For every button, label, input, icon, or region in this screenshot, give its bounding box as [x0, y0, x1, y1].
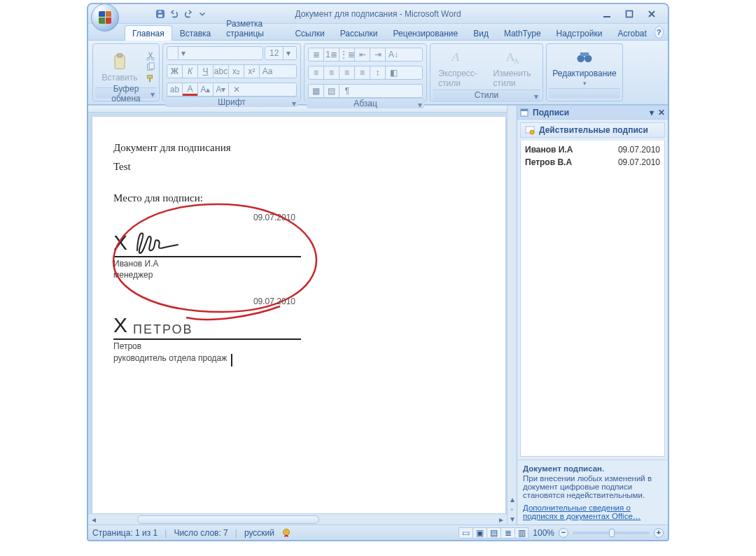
horizontal-ruler[interactable] [88, 106, 507, 113]
superscript-button[interactable]: x² [244, 65, 260, 78]
footer-more-link[interactable]: Дополнительные сведения о подписях в док… [523, 504, 662, 520]
clear-format-button[interactable]: ✕ [229, 83, 244, 96]
prev-page-button[interactable]: ▴ [508, 495, 517, 504]
strike-button[interactable]: abc [214, 65, 229, 78]
tab-review[interactable]: Рецензирование [386, 25, 466, 41]
change-styles-button[interactable]: AA Изменить стили [487, 46, 540, 90]
select-browse-object[interactable]: ◦ [508, 505, 517, 513]
zoom-slider-knob[interactable] [609, 529, 615, 537]
zoom-in-button[interactable]: + [654, 528, 664, 538]
align-center-button[interactable]: ≡ [324, 66, 340, 79]
zoom-value[interactable]: 100% [533, 528, 554, 538]
editing-button[interactable]: Редактирование ▾ [547, 46, 622, 88]
bold-button[interactable]: Ж [167, 65, 183, 78]
pilcrow-button[interactable]: ¶ [340, 85, 355, 97]
format-painter-icon[interactable] [146, 73, 155, 83]
copy-icon[interactable] [146, 62, 155, 72]
align-left-button[interactable]: ≡ [309, 66, 324, 79]
horizontal-scrollbar[interactable]: ◂ ▸ [88, 513, 507, 525]
quick-styles-button[interactable]: A Экспресс-стили [433, 46, 484, 90]
group-paragraph: ≣ 1≣ ⋮≣ ⇤ ⇥ A↓ ≡ ≡ ≡ ≡ ↕ ◧ [304, 43, 427, 101]
qat-redo-button[interactable] [182, 8, 195, 20]
hscroll-thumb[interactable] [137, 515, 319, 524]
status-words[interactable]: Число слов: 7 [174, 528, 227, 538]
shrink-font-button[interactable]: A▾ [214, 83, 229, 96]
change-case-button[interactable]: Aa [260, 65, 275, 78]
signature-row-1[interactable]: Иванов И.А 09.07.2010 [525, 143, 660, 156]
borders-button[interactable]: ▦ [309, 85, 324, 97]
paragraph-launcher[interactable]: ▾ [418, 100, 422, 110]
bullets-button[interactable]: ≣ [309, 48, 324, 61]
tab-acrobat[interactable]: Acrobat [610, 25, 654, 41]
indent-dec-button[interactable]: ⇤ [355, 48, 370, 61]
tab-view[interactable]: Вид [465, 25, 496, 41]
minimize-button[interactable] [599, 8, 615, 20]
view-print-layout[interactable]: ▭ [458, 527, 472, 539]
underline-button[interactable]: Ч [198, 65, 214, 78]
view-outline[interactable]: ≣ [500, 527, 514, 539]
indent-inc-button[interactable]: ⇥ [370, 48, 386, 61]
font-name-combo[interactable]: ▾ [167, 46, 263, 60]
styles-label: Стили [475, 90, 499, 100]
highlight-button[interactable]: ab [167, 83, 183, 96]
close-button[interactable] [644, 8, 659, 20]
italic-button[interactable]: К [183, 65, 198, 78]
task-pane-close-button[interactable]: ✕ [658, 108, 665, 117]
paragraph-spacing-button[interactable]: ▤ [324, 85, 340, 97]
signature-block-1[interactable]: 09.07.2010 X Иванов И.А менеджер [113, 213, 301, 280]
grow-font-button[interactable]: A▴ [198, 83, 214, 96]
view-web-layout[interactable]: ▤ [486, 527, 500, 539]
tab-references[interactable]: Ссылки [287, 25, 332, 41]
subscript-button[interactable]: x₂ [229, 65, 244, 78]
paragraph-label: Абзац [354, 99, 377, 108]
align-right-button[interactable]: ≡ [340, 66, 355, 79]
signature-block-2[interactable]: 09.07.2010 X ПЕТРОВ Петров руководитель … [113, 297, 301, 365]
tab-pagelayout[interactable]: Разметка страницы [218, 15, 287, 41]
tab-home[interactable]: Главная [125, 25, 172, 41]
paste-button[interactable]: Вставить [97, 50, 144, 84]
qat-undo-button[interactable] [168, 8, 181, 20]
word-window: Документ для подписания - Microsoft Word… [87, 3, 669, 541]
qat-customize-button[interactable] [196, 8, 209, 20]
justify-button[interactable]: ≡ [355, 66, 370, 79]
sort-button[interactable]: A↓ [386, 48, 401, 61]
font-row-1: Ж К Ч abc x₂ x² Aa [167, 64, 297, 78]
view-draft[interactable]: ▥ [514, 527, 528, 539]
qat-save-button[interactable] [154, 8, 167, 20]
tab-addins[interactable]: Надстройки [549, 25, 610, 41]
tab-insert[interactable]: Вставка [172, 25, 219, 41]
clipboard-launcher[interactable]: ▾ [150, 90, 155, 99]
tab-mathtype[interactable]: MathType [496, 25, 549, 41]
numbering-button[interactable]: 1≣ [324, 48, 340, 61]
help-button[interactable]: ? [654, 26, 664, 38]
status-language[interactable]: русский [244, 528, 274, 538]
signature-list: Иванов И.А 09.07.2010 Петров В.А 09.07.2… [520, 141, 665, 457]
signature-2-date: 09.07.2010 [113, 297, 295, 306]
signature-status-icon[interactable] [281, 528, 291, 538]
shading-button[interactable]: ◧ [386, 66, 401, 79]
maximize-button[interactable] [622, 8, 637, 20]
doc-line-3: Место для подписи: [113, 192, 484, 204]
tab-mailings[interactable]: Рассылки [332, 25, 386, 41]
task-pane-menu-button[interactable]: ▾ [650, 108, 654, 117]
status-page[interactable]: Страница: 1 из 1 [92, 528, 158, 538]
styles-launcher[interactable]: ▾ [534, 92, 538, 101]
cut-icon[interactable] [146, 51, 155, 61]
line-spacing-button[interactable]: ↕ [370, 66, 386, 79]
font-color-button[interactable]: A [183, 83, 198, 96]
font-launcher[interactable]: ▾ [292, 99, 296, 108]
signature-1-date: 09.07.2010 [113, 213, 295, 222]
document-page[interactable]: Документ для подписания Test Место для п… [92, 117, 505, 513]
font-size-combo[interactable]: 12▾ [265, 46, 297, 60]
next-page-button[interactable]: ▾ [508, 515, 517, 523]
hscroll-left[interactable]: ◂ [88, 515, 99, 525]
hscroll-right[interactable]: ▸ [496, 515, 507, 525]
document-viewport[interactable]: Документ для подписания Test Место для п… [88, 113, 507, 513]
multilevel-button[interactable]: ⋮≣ [340, 48, 355, 61]
office-button[interactable] [91, 3, 119, 31]
zoom-out-button[interactable]: − [559, 528, 568, 538]
zoom-slider[interactable] [573, 532, 650, 534]
view-full-screen[interactable]: ▣ [472, 527, 486, 539]
signature-row-2[interactable]: Петров В.А 09.07.2010 [525, 156, 660, 169]
change-styles-icon: AA [504, 48, 524, 67]
